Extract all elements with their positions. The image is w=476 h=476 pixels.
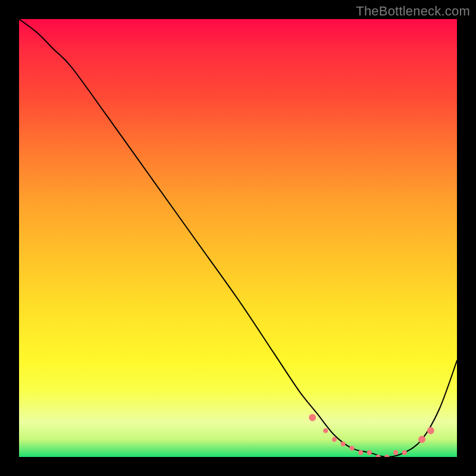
watermark-text: TheBottleneck.com bbox=[356, 4, 470, 19]
chart-frame: TheBottleneck.com bbox=[0, 0, 476, 476]
highlight-dot bbox=[427, 427, 434, 434]
highlight-dot bbox=[358, 450, 363, 455]
highlight-dot bbox=[384, 455, 389, 457]
highlight-dot bbox=[323, 428, 328, 433]
highlight-points bbox=[309, 414, 434, 457]
plot-area bbox=[19, 19, 457, 457]
highlight-dot bbox=[309, 414, 316, 421]
plot-overlay bbox=[19, 19, 457, 457]
highlight-dot bbox=[402, 450, 407, 455]
highlight-dot bbox=[349, 446, 354, 450]
highlight-dot bbox=[367, 450, 372, 455]
highlight-dot bbox=[418, 436, 425, 443]
highlight-dot bbox=[393, 450, 398, 455]
highlight-dot bbox=[332, 437, 337, 442]
curve-line bbox=[19, 19, 457, 457]
highlight-dot bbox=[341, 441, 346, 446]
